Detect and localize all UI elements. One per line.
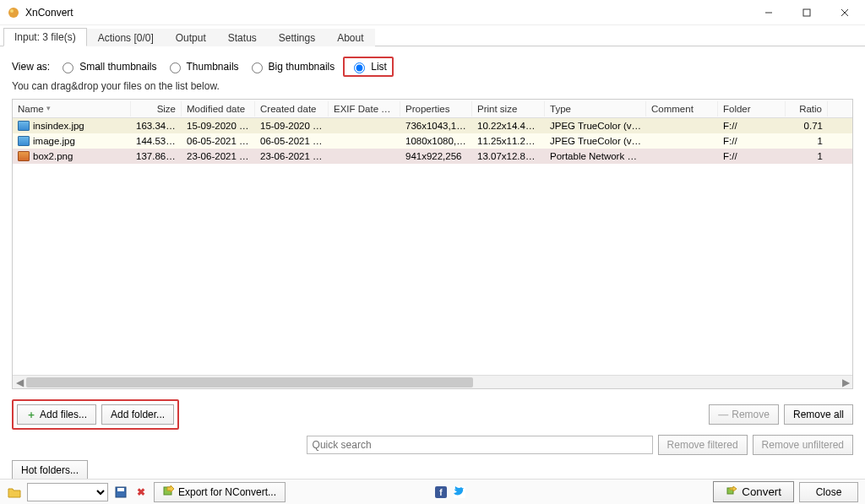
- save-icon[interactable]: [113, 485, 128, 500]
- image-file-icon: [18, 136, 30, 146]
- quick-search-input[interactable]: [307, 436, 653, 454]
- minus-icon: —: [718, 409, 728, 420]
- col-folder[interactable]: Folder: [718, 101, 786, 117]
- tab-output[interactable]: Output: [165, 29, 217, 46]
- file-list: Name▾ Size Modified date Created date EX…: [12, 99, 853, 389]
- hot-folders-button[interactable]: Hot folders...: [12, 460, 88, 480]
- svg-point-1: [10, 9, 14, 13]
- col-printsize[interactable]: Print size: [472, 101, 545, 117]
- twitter-icon[interactable]: [453, 485, 466, 499]
- close-window-button[interactable]: [825, 0, 863, 25]
- col-type[interactable]: Type: [545, 101, 646, 117]
- facebook-icon[interactable]: f: [434, 485, 448, 499]
- remove-unfiltered-button[interactable]: Remove unfiltered: [753, 435, 853, 455]
- open-icon[interactable]: [7, 485, 22, 500]
- minimize-button[interactable]: [749, 0, 787, 25]
- delete-icon[interactable]: ✖: [133, 485, 149, 500]
- table-row[interactable]: box2.png 137.86 KiB 23-06-2021 02:4... 2…: [13, 149, 852, 164]
- highlight-add-buttons: ＋ Add files... Add folder...: [12, 399, 179, 430]
- titlebar: XnConvert: [0, 0, 865, 25]
- col-size[interactable]: Size: [131, 101, 182, 117]
- export-icon: [163, 485, 175, 499]
- col-comment[interactable]: Comment: [646, 101, 718, 117]
- col-modified[interactable]: Modified date: [182, 101, 255, 117]
- add-files-button[interactable]: ＋ Add files...: [17, 404, 96, 425]
- radio-list[interactable]: List: [350, 60, 387, 73]
- file-list-header: Name▾ Size Modified date Created date EX…: [13, 100, 852, 118]
- image-file-icon: [18, 151, 30, 161]
- app-title: XnConvert: [25, 7, 73, 19]
- radio-small-thumbnails[interactable]: Small thumbnails: [58, 60, 156, 73]
- main-tabs: Input: 3 file(s) Actions [0/0] Output St…: [0, 25, 865, 46]
- radio-thumbnails[interactable]: Thumbnails: [166, 60, 239, 73]
- close-button[interactable]: Close: [799, 482, 858, 502]
- tab-input[interactable]: Input: 3 file(s): [3, 28, 87, 46]
- scroll-right-icon[interactable]: ▶: [839, 376, 852, 389]
- remove-filtered-button[interactable]: Remove filtered: [658, 435, 748, 455]
- col-properties[interactable]: Properties: [400, 101, 472, 117]
- image-file-icon: [18, 121, 30, 131]
- col-ratio[interactable]: Ratio: [786, 101, 828, 117]
- list-actions-row: ＋ Add files... Add folder... — Remove Re…: [12, 399, 853, 430]
- app-icon: [7, 6, 20, 19]
- view-as-row: View as: Small thumbnails Thumbnails Big…: [12, 57, 853, 77]
- export-nconvert-button[interactable]: Export for NConvert...: [154, 482, 286, 502]
- remove-button[interactable]: — Remove: [709, 404, 779, 425]
- table-row[interactable]: image.jpg 144.53 KiB 06-05-2021 16:1... …: [13, 133, 852, 149]
- radio-big-thumbnails[interactable]: Big thumbnails: [248, 60, 335, 73]
- convert-icon: [726, 485, 737, 499]
- maximize-button[interactable]: [787, 0, 825, 25]
- view-as-label: View as:: [12, 61, 50, 73]
- remove-all-button[interactable]: Remove all: [784, 404, 853, 425]
- tab-settings[interactable]: Settings: [268, 29, 326, 46]
- horizontal-scrollbar[interactable]: ◀ ▶: [13, 375, 852, 388]
- drag-drop-hint: You can drag&drop your files on the list…: [12, 80, 853, 92]
- col-created[interactable]: Created date: [255, 101, 329, 117]
- svg-rect-3: [803, 9, 810, 16]
- format-select[interactable]: [27, 483, 108, 501]
- add-folder-button[interactable]: Add folder...: [101, 404, 174, 425]
- highlight-list-option: List: [343, 57, 394, 77]
- tab-status[interactable]: Status: [217, 29, 268, 46]
- bottom-bar: ✖ Export for NConvert... f Convert Close: [0, 479, 865, 504]
- tab-actions[interactable]: Actions [0/0]: [87, 29, 165, 46]
- col-name[interactable]: Name▾: [13, 101, 131, 117]
- search-row: Remove filtered Remove unfiltered: [12, 435, 853, 455]
- scroll-left-icon[interactable]: ◀: [13, 376, 26, 389]
- col-exif[interactable]: EXIF Date Taken: [329, 101, 400, 117]
- hot-folders-row: Hot folders...: [12, 460, 853, 480]
- table-row[interactable]: insindex.jpg 163.34 KiB 15-09-2020 17:4.…: [13, 118, 852, 133]
- svg-point-0: [8, 8, 19, 18]
- file-list-body: insindex.jpg 163.34 KiB 15-09-2020 17:4.…: [13, 118, 852, 375]
- convert-button[interactable]: Convert: [713, 481, 794, 502]
- svg-rect-7: [117, 488, 124, 491]
- plus-icon: ＋: [26, 408, 36, 422]
- scrollbar-thumb[interactable]: [26, 377, 473, 387]
- tab-about[interactable]: About: [326, 29, 374, 46]
